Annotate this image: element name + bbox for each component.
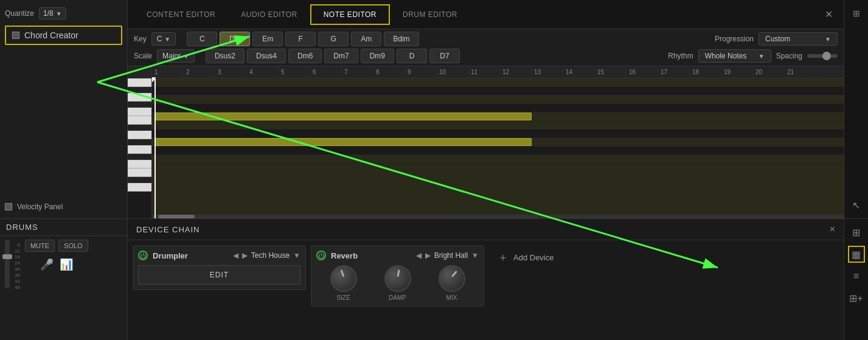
key-select[interactable]: C ▼ xyxy=(151,32,176,46)
mix-knob-container: MIX xyxy=(439,265,465,301)
drumpler-power-button[interactable]: ⏻ xyxy=(138,251,148,260)
eq-icon[interactable]: 📊 xyxy=(60,258,73,271)
reverb-preset-next-icon[interactable]: ▶ xyxy=(425,251,431,260)
chord-btn-Bdim[interactable]: Bdim xyxy=(384,32,418,46)
grid-row xyxy=(152,130,844,138)
fader-thumb xyxy=(2,254,12,259)
progression-select[interactable]: Custom ▼ xyxy=(759,32,838,46)
chord-creator-checkbox[interactable] xyxy=(12,32,19,39)
grid-num-19: 19 xyxy=(721,66,753,78)
key-label: Key xyxy=(134,35,147,43)
mix-knob[interactable] xyxy=(439,265,465,292)
drumpler-name: Drumpler xyxy=(153,251,188,260)
quantize-row: Quantize 1/8 ▼ xyxy=(5,5,122,22)
scale-value: Major xyxy=(162,52,181,60)
tab-audio-editor[interactable]: AUDIO EDITOR xyxy=(228,5,310,24)
progression-label: Progression xyxy=(715,35,754,43)
chord-btn-C[interactable]: C xyxy=(187,32,217,46)
key-dropdown-icon: ▼ xyxy=(164,36,170,43)
progression-value: Custom xyxy=(765,35,790,43)
reverb-preset-prev-icon[interactable]: ◀ xyxy=(416,251,422,260)
add-track-icon[interactable]: ⊞+ xyxy=(848,290,865,307)
drumpler-preset-prev-icon[interactable]: ◀ xyxy=(233,251,238,260)
grid-view-icon[interactable]: ⊞ xyxy=(848,224,865,241)
tabs-bar: CONTENT EDITOR AUDIO EDITOR NOTE EDITOR … xyxy=(128,0,844,29)
controls-area: Key C ▼ C Dm Em F G Am Bdim Progression … xyxy=(128,29,844,66)
chord-btn-Dsus4[interactable]: Dsus4 xyxy=(247,49,286,63)
grid-num-12: 12 xyxy=(500,66,532,78)
drumpler-preset-dropdown-icon[interactable]: ▼ xyxy=(293,251,300,260)
chord-btn-G[interactable]: G xyxy=(318,32,349,46)
reverb-device-card: ⏻ Reverb ◀ ▶ Bright Hall ▼ SIZE xyxy=(311,245,484,307)
grid-num-20: 20 xyxy=(753,66,785,78)
reverb-power-button[interactable]: ⏻ xyxy=(316,251,326,260)
tab-note-editor[interactable]: NOTE EDITOR xyxy=(310,4,390,25)
grid-row xyxy=(152,113,844,121)
grid-body[interactable] xyxy=(152,78,844,218)
grid-num-7: 7 xyxy=(342,66,373,78)
chord-btn-F[interactable]: F xyxy=(285,32,316,46)
piano-roll-icon[interactable]: ≡ xyxy=(848,268,865,285)
quantize-value: 1/8 xyxy=(43,9,54,18)
grid-num-15: 15 xyxy=(595,66,627,78)
grid-num-9: 9 xyxy=(405,66,437,78)
grid-num-10: 10 xyxy=(437,66,468,78)
chord-btn-Dm6[interactable]: Dm6 xyxy=(288,49,322,63)
quantize-label: Quantize xyxy=(5,9,34,18)
chord-creator-box[interactable]: Chord Creator xyxy=(5,26,122,45)
scale-select[interactable]: Major ▼ xyxy=(157,49,195,63)
mic-icon[interactable]: 🎤 xyxy=(40,258,54,271)
volume-fader[interactable] xyxy=(5,240,10,288)
spacing-slider[interactable] xyxy=(807,54,838,58)
drumpler-device-card: ⏻ Drumpler ◀ ▶ Tech House ▼ EDIT xyxy=(133,245,306,290)
progression-dropdown-icon: ▼ xyxy=(825,36,831,43)
size-knob[interactable] xyxy=(330,265,357,292)
chord-btn-Dm7[interactable]: Dm7 xyxy=(324,49,358,63)
add-device-button[interactable]: ＋ Add Device xyxy=(489,245,562,269)
grid-num-6: 6 xyxy=(310,66,342,78)
grid-num-17: 17 xyxy=(658,66,690,78)
chord-btn-Am[interactable]: Am xyxy=(351,32,381,46)
chord-creator-label: Chord Creator xyxy=(24,30,78,40)
grid-num-13: 13 xyxy=(532,66,563,78)
grid-num-2: 2 xyxy=(184,66,215,78)
grid-area[interactable]: 1 2 3 4 5 6 7 8 9 10 11 12 13 14 15 16 1 xyxy=(152,66,844,218)
device-chain-body: ⏻ Drumpler ◀ ▶ Tech House ▼ EDIT ⏻ xyxy=(128,240,844,340)
drumpler-edit-button[interactable]: EDIT xyxy=(138,265,300,285)
grid-row xyxy=(152,78,844,87)
drumpler-preset-next-icon[interactable]: ▶ xyxy=(242,251,248,260)
grid-num-14: 14 xyxy=(563,66,595,78)
cursor-icon[interactable]: ↖ xyxy=(848,196,865,213)
chord-btn-Dm9[interactable]: Dm9 xyxy=(361,49,394,63)
tab-close-icon[interactable]: ✕ xyxy=(820,6,838,23)
chord-btn-D7[interactable]: D7 xyxy=(429,49,460,63)
tab-drum-editor[interactable]: DRUM EDITOR xyxy=(390,5,470,24)
size-knob-container: SIZE xyxy=(330,265,357,301)
rhythm-label: Rhythm xyxy=(668,52,693,60)
device-chain-close-icon[interactable]: × xyxy=(830,224,835,235)
chord-btn-Em[interactable]: Em xyxy=(252,32,283,46)
add-device-plus-icon: ＋ xyxy=(498,250,509,265)
drums-panel: DRUMS 6 12 18 24 30 36 42 48 xyxy=(0,219,128,340)
rhythm-select[interactable]: Whole Notes ▼ xyxy=(698,49,771,63)
damp-knob[interactable] xyxy=(384,265,411,292)
grid-num-11: 11 xyxy=(468,66,500,78)
grid-row xyxy=(152,138,844,147)
chord-btn-Dm[interactable]: Dm xyxy=(220,32,250,46)
grid-row xyxy=(152,104,844,113)
right-panel-top: ⊞ ↖ xyxy=(844,0,868,218)
grid-row xyxy=(152,95,844,104)
mute-button[interactable]: MUTE xyxy=(25,240,55,252)
solo-button[interactable]: SOLO xyxy=(58,240,88,252)
expand-icon[interactable]: ⊞ xyxy=(848,5,865,22)
device-chain: DEVICE CHAIN × ⏻ Drumpler ◀ ▶ Tech House… xyxy=(128,219,844,340)
quantize-select[interactable]: 1/8 ▼ xyxy=(39,7,66,19)
chord-btn-D[interactable]: D xyxy=(397,49,427,63)
grid-row xyxy=(152,87,844,95)
velocity-checkbox[interactable] xyxy=(5,203,12,210)
mix-label: MIX xyxy=(446,294,457,301)
reverb-preset-dropdown-icon[interactable]: ▼ xyxy=(471,251,479,260)
device-panel-icon[interactable]: ▦ xyxy=(848,246,865,263)
chord-btn-Dsus2[interactable]: Dsus2 xyxy=(206,49,245,63)
tab-content-editor[interactable]: CONTENT EDITOR xyxy=(134,5,228,24)
